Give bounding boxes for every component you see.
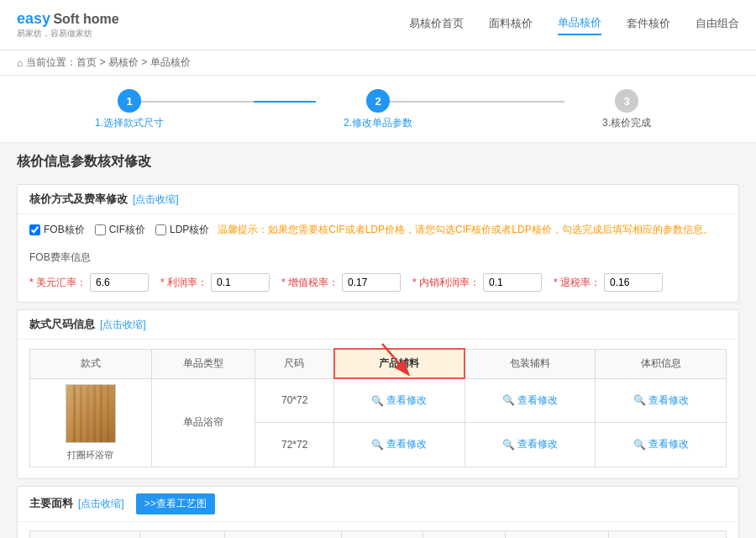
product-image xyxy=(66,384,116,443)
step-1-label: 1.选择款式尺寸 xyxy=(95,116,164,130)
fabric-table: 主要用途 面料图片 面料编号 面料分类 面料克重 面料替换 自定义价格 浴帘主体… xyxy=(29,530,727,539)
step-2: 2 2.修改单品参数 xyxy=(316,89,440,130)
nav-item-home[interactable]: 易核价首页 xyxy=(409,16,464,34)
checkbox-row: FOB核价 CIF核价 LDP核价 温馨提示：如果您需要核CIF或者LDP价格，… xyxy=(18,214,738,245)
nav-item-suite[interactable]: 套件核价 xyxy=(627,16,670,34)
search-icon-3: 🔍 xyxy=(633,394,646,406)
package-material-label-row2: 查看修改 xyxy=(517,437,558,451)
fob-info-title: FOB费率信息 xyxy=(18,245,738,266)
page-title: 核价信息参数核对修改 xyxy=(0,143,756,177)
field-domestic-profit-input[interactable] xyxy=(483,273,542,292)
step-3: 3 3.核价完成 xyxy=(564,89,689,130)
volume-link-row1[interactable]: 🔍 查看修改 xyxy=(604,393,717,408)
col-type: 单品类型 xyxy=(151,349,255,378)
size-section-header: 款式尺码信息 [点击收缩] xyxy=(18,310,738,340)
step-1: 1 1.选择款式尺寸 xyxy=(67,89,192,130)
package-material-link-row1[interactable]: 🔍 查看修改 xyxy=(474,393,587,408)
cif-input[interactable] xyxy=(95,224,106,235)
steps-bar: 1 1.选择款式尺寸 2 2.修改单品参数 3 3.核价完成 xyxy=(0,76,756,143)
col-fabric-img: 面料图片 xyxy=(140,530,224,538)
ldp-input[interactable] xyxy=(155,224,166,235)
cost-section-header: 核价方式及费率修改 [点击收缩] xyxy=(18,185,738,214)
package-material-label-row1: 查看修改 xyxy=(517,393,558,408)
fabric-section: 主要面料 [点击收缩] >>查看工艺图 主要用途 面料图片 面料编号 面料分类 … xyxy=(17,486,739,539)
product-material-link-row2[interactable]: 🔍 查看修改 xyxy=(343,437,456,451)
package-material-row2[interactable]: 🔍 查看修改 xyxy=(465,423,596,467)
logo-tagline: 易家纺，容易做家纺 xyxy=(17,28,119,40)
breadcrumb-text: 当前位置：首页 > 易核价 > 单品核价 xyxy=(26,55,190,70)
product-image-cell: 打圈环浴帘 xyxy=(30,378,152,467)
pricing-checkboxes: FOB核价 CIF核价 LDP核价 xyxy=(29,223,209,237)
cif-checkbox[interactable]: CIF核价 xyxy=(95,223,145,237)
volume-link-row2[interactable]: 🔍 查看修改 xyxy=(604,437,717,451)
field-exchange-label: * 美元汇率： xyxy=(29,276,87,290)
field-profit-input[interactable] xyxy=(211,273,270,292)
step-3-label: 3.核价完成 xyxy=(602,116,651,130)
breadcrumb: ⌂ 当前位置：首页 > 易核价 > 单品核价 xyxy=(0,50,756,76)
fabric-section-header: 主要面料 [点击收缩] >>查看工艺图 xyxy=(18,487,738,522)
field-tax-rebate-input[interactable] xyxy=(604,273,663,292)
product-material-label-row1: 查看修改 xyxy=(386,393,427,408)
size-toggle[interactable]: [点击收缩] xyxy=(100,318,146,332)
volume-row2[interactable]: 🔍 查看修改 xyxy=(596,423,727,467)
col-style: 款式 xyxy=(30,349,152,378)
size-row2: 72*72 xyxy=(255,423,334,467)
col-product-material: 产品辅料 xyxy=(334,349,465,378)
fabric-table-wrap: 主要用途 面料图片 面料编号 面料分类 面料克重 面料替换 自定义价格 浴帘主体… xyxy=(18,522,738,539)
step-3-num: 3 xyxy=(615,89,638,113)
table-row: 打圈环浴帘 单品浴帘 70*72 🔍 查看修改 xyxy=(30,378,727,423)
search-icon-1: 🔍 xyxy=(371,395,384,407)
search-icon-5: 🔍 xyxy=(502,439,515,451)
step-2-label: 2.修改单品参数 xyxy=(344,116,412,130)
field-profit: * 利润率： xyxy=(160,273,270,292)
ldp-label: LDP核价 xyxy=(170,223,209,237)
fob-checkbox[interactable]: FOB核价 xyxy=(29,223,85,237)
field-tax-rebate: * 退税率： xyxy=(554,273,663,292)
cost-section: 核价方式及费率修改 [点击收缩] FOB核价 CIF核价 LDP核价 温馨提示：… xyxy=(17,184,739,303)
product-material-row2[interactable]: 🔍 查看修改 xyxy=(334,423,465,467)
fabric-section-title: 主要面料 xyxy=(29,496,73,511)
logo-soft: Soft home xyxy=(53,12,118,26)
field-vat: * 增值税率： xyxy=(281,273,401,292)
cost-section-title: 核价方式及费率修改 xyxy=(29,192,128,207)
col-size: 尺码 xyxy=(255,349,334,378)
nav-item-single[interactable]: 单品核价 xyxy=(558,15,601,35)
field-vat-input[interactable] xyxy=(342,273,401,292)
field-profit-label: * 利润率： xyxy=(160,276,207,290)
volume-row1[interactable]: 🔍 查看修改 xyxy=(596,378,727,423)
col-usage: 主要用途 xyxy=(30,530,140,538)
col-package-material: 包装辅料 xyxy=(465,349,596,378)
nav-item-fabric[interactable]: 面料核价 xyxy=(489,16,533,34)
home-icon[interactable]: ⌂ xyxy=(17,57,23,69)
size-table-wrap: 款式 单品类型 尺码 产品辅料 包装辅料 体积信息 打圈环浴帘 xyxy=(18,340,738,478)
size-section: 款式尺码信息 [点击收缩] 款式 单品类型 尺码 产品辅料 包装辅料 体积信息 xyxy=(17,309,739,479)
col-custom-price: 自定义价格 xyxy=(609,530,727,538)
nav-item-combo[interactable]: 自由组合 xyxy=(696,16,739,34)
product-type-cell: 单品浴帘 xyxy=(151,378,255,467)
col-fabric-weight: 面料克重 xyxy=(423,530,506,538)
fob-label: FOB核价 xyxy=(44,223,85,237)
field-tax-rebate-label: * 退税率： xyxy=(554,276,601,290)
cost-toggle[interactable]: [点击收缩] xyxy=(133,193,179,207)
package-material-link-row2[interactable]: 🔍 查看修改 xyxy=(474,437,587,451)
fob-input[interactable] xyxy=(29,224,40,235)
product-material-row1[interactable]: 🔍 查看修改 xyxy=(334,378,465,423)
field-exchange-input[interactable] xyxy=(90,273,149,292)
step-1-num: 1 xyxy=(118,89,141,113)
col-volume: 体积信息 xyxy=(596,349,727,378)
package-material-row1[interactable]: 🔍 查看修改 xyxy=(465,378,596,423)
fabric-toggle[interactable]: [点击收缩] xyxy=(78,497,124,511)
product-material-link-row1[interactable]: 🔍 查看修改 xyxy=(343,393,456,408)
fabric-table-header: 主要用途 面料图片 面料编号 面料分类 面料克重 面料替换 自定义价格 xyxy=(30,530,727,538)
col-fabric-replace: 面料替换 xyxy=(506,530,609,538)
view-craft-btn[interactable]: >>查看工艺图 xyxy=(136,493,215,514)
search-icon-6: 🔍 xyxy=(633,439,646,451)
field-domestic-profit: * 内销利润率： xyxy=(412,273,542,292)
logo: easy Soft home 易家纺，容易做家纺 xyxy=(17,10,119,40)
field-exchange-rate: * 美元汇率： xyxy=(29,273,149,292)
field-vat-label: * 增值税率： xyxy=(281,276,339,290)
product-name: 打圈环浴帘 xyxy=(39,449,143,462)
ldp-checkbox[interactable]: LDP核价 xyxy=(155,223,209,237)
size-section-title: 款式尺码信息 xyxy=(29,317,95,332)
size-table: 款式 单品类型 尺码 产品辅料 包装辅料 体积信息 打圈环浴帘 xyxy=(29,348,727,467)
